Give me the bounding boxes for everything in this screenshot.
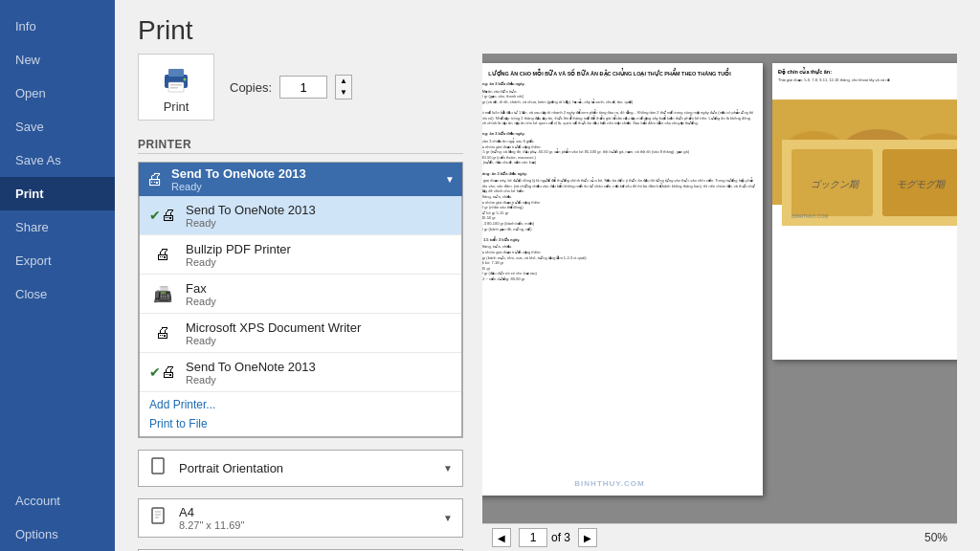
paper-sub: 8.27" x 11.69"	[179, 519, 435, 531]
orientation-arrow-icon: ▼	[443, 463, 453, 474]
printer-item-icon-0: ✔ 🖨	[149, 202, 176, 229]
svg-point-3	[184, 77, 187, 80]
printer-item-1[interactable]: 🖨 Bullzip PDF Printer Ready	[140, 235, 461, 275]
sidebar-item-print[interactable]: Print	[0, 177, 115, 210]
page-indicator: of 3	[519, 528, 570, 547]
svg-rect-6	[152, 458, 164, 474]
svg-text:ゴックン期: ゴックン期	[811, 179, 860, 189]
printer-icon-2: 📠	[153, 285, 172, 303]
check-icon-0: ✔	[149, 208, 161, 223]
copies-spinner: ▲ ▼	[335, 75, 352, 99]
preview-toolbar: ◀ of 3 ▶ 50%	[482, 523, 957, 551]
printer-actions: Add Printer... Print to File	[140, 392, 461, 436]
printer-item-name-3: Microsoft XPS Document Writer	[186, 320, 452, 335]
add-printer-link[interactable]: Add Printer...	[149, 396, 452, 413]
svg-rect-4	[170, 84, 182, 86]
print-to-file-link[interactable]: Print to File	[149, 415, 452, 432]
sidebar-item-save-as[interactable]: Save As	[0, 143, 115, 177]
page-content-main: LƯỢNG ĂN CHO MỖI BỮA VÀ SỐ BỮA ĂN ĐẶC CH…	[482, 63, 763, 496]
printer-section-label: Printer	[138, 136, 463, 154]
sidebar: Info New Open Save Save As Print Share E…	[0, 0, 115, 551]
content-area: Print Copies: ▲ ▼ Printer 🖨	[115, 54, 980, 551]
print-btn-label: Print	[164, 99, 189, 114]
sidebar-item-options[interactable]: Options	[0, 518, 115, 551]
preview-pages: LƯỢNG ĂN CHO MỖI BỮA VÀ SỐ BỮA ĂN ĐẶC CH…	[482, 54, 957, 523]
page-preview-main: LƯỢNG ĂN CHO MỖI BỮA VÀ SỐ BỮA ĂN ĐẶC CH…	[482, 63, 763, 496]
page-title: Print	[138, 15, 957, 46]
printer-item-status-3: Ready	[186, 335, 452, 346]
preview-area: LƯỢNG ĂN CHO MỖI BỮA VÀ SỐ BỮA ĂN ĐẶC CH…	[482, 54, 957, 551]
copies-label: Copies:	[230, 80, 272, 95]
printer-item-status-4: Ready	[186, 374, 452, 386]
sidebar-item-save[interactable]: Save	[0, 110, 115, 143]
side-image-2-container: ゴックン期 モグモグ期 BINHTHUY.COM	[778, 140, 957, 226]
copies-area: Copies: ▲ ▼	[230, 75, 352, 99]
printer-item-name-0: Send To OneNote 2013	[186, 203, 452, 217]
printer-item-info-0: Send To OneNote 2013 Ready	[186, 203, 452, 229]
paper-text: A4 8.27" x 11.69"	[179, 505, 435, 531]
sidebar-item-info[interactable]: Info	[0, 10, 115, 43]
watermark-1: BINHTHUY.COM	[574, 479, 644, 488]
printer-item-name-4: Send To OneNote 2013	[186, 360, 452, 374]
printer-icon-4: 🖨	[161, 364, 176, 381]
sidebar-item-account[interactable]: Account	[0, 484, 115, 518]
next-page-button[interactable]: ▶	[578, 528, 597, 547]
paper-icon	[148, 506, 171, 530]
copies-decrement[interactable]: ▼	[336, 87, 351, 99]
printer-item-status-0: Ready	[186, 217, 452, 229]
total-pages: of 3	[551, 531, 570, 544]
print-button[interactable]: Print	[138, 54, 214, 121]
svg-text:モグモグ期: モグモグ期	[897, 179, 947, 189]
paper-arrow-icon: ▼	[443, 513, 453, 523]
printer-item-name-2: Fax	[186, 281, 452, 296]
printer-item-icon-3: 🖨	[149, 320, 176, 346]
printer-item-3[interactable]: 🖨 Microsoft XPS Document Writer Ready	[140, 314, 461, 353]
sidebar-item-close[interactable]: Close	[0, 277, 115, 311]
printer-icon-0: 🖨	[161, 207, 176, 224]
print-settings-panel: Print Copies: ▲ ▼ Printer 🖨	[138, 54, 463, 551]
copies-increment[interactable]: ▲	[336, 76, 351, 87]
zoom-level: 50%	[924, 531, 947, 544]
side-subtitle: Thái giai đoạn: 5-6, 7-8, 9-11, 12-18 th…	[778, 77, 957, 82]
copies-input[interactable]	[279, 76, 327, 99]
printer-item-icon-1: 🖨	[149, 241, 176, 268]
print-action-area: Print Copies: ▲ ▼	[138, 54, 463, 121]
side-title: Độ chín của thực ăn:	[778, 69, 957, 75]
page-preview-side: Độ chín của thực ăn: Thái giai đoạn: 5-6…	[772, 63, 957, 360]
svg-rect-5	[170, 87, 178, 89]
printer-item-0[interactable]: ✔ 🖨 Send To OneNote 2013 Ready	[140, 196, 461, 235]
printer-icon	[159, 61, 193, 96]
printer-item-2[interactable]: 📠 Fax Ready	[140, 275, 461, 314]
printer-item-name-1: Bullzip PDF Printer	[186, 242, 452, 256]
dropdown-arrow-icon: ▼	[445, 174, 455, 185]
orientation-dropdown[interactable]: Portrait Orientation ▼	[138, 450, 463, 487]
printer-dropdown[interactable]: 🖨 Send To OneNote 2013 Ready ▼ ✔ 🖨	[138, 162, 463, 438]
paper-main: A4	[179, 505, 435, 519]
svg-text:BINHTHUY.COM: BINHTHUY.COM	[791, 213, 828, 219]
printer-item-status-2: Ready	[186, 296, 452, 307]
printer-icon-1: 🖨	[155, 246, 170, 263]
sidebar-item-new[interactable]: New	[0, 43, 115, 77]
printer-item-info-4: Send To OneNote 2013 Ready	[186, 360, 452, 386]
sidebar-item-open[interactable]: Open	[0, 77, 115, 110]
orientation-main: Portrait Orientation	[179, 461, 435, 475]
printer-item-4[interactable]: ✔ 🖨 Send To OneNote 2013 Ready	[140, 353, 461, 392]
sidebar-item-share[interactable]: Share	[0, 210, 115, 244]
page-content-body: Bé 5-6 tháng: ăn 3 bữa điều ngày. Thái g…	[482, 81, 755, 281]
main-content: Print Print Copies:	[115, 0, 980, 551]
printer-item-icon-4: ✔ 🖨	[149, 359, 176, 386]
svg-rect-7	[152, 508, 164, 523]
paper-dropdown[interactable]: A4 8.27" x 11.69" ▼	[138, 498, 463, 538]
sidebar-item-export[interactable]: Export	[0, 244, 115, 277]
printer-dropdown-icon: 🖨	[146, 169, 164, 189]
selected-printer-status: Ready	[171, 181, 437, 192]
prev-page-button[interactable]: ◀	[492, 528, 511, 547]
selected-printer-name: Send To OneNote 2013	[171, 166, 437, 181]
printer-item-info-3: Microsoft XPS Document Writer Ready	[186, 320, 452, 346]
printer-dropdown-header[interactable]: 🖨 Send To OneNote 2013 Ready ▼	[139, 163, 462, 196]
page-header: Print	[115, 0, 980, 54]
orientation-icon	[148, 456, 171, 480]
page-number-input[interactable]	[519, 528, 547, 547]
page-content-title: LƯỢNG ĂN CHO MỖI BỮA VÀ SỐ BỮA ĂN ĐẶC CH…	[482, 71, 755, 77]
printer-icon-3: 🖨	[155, 324, 170, 342]
